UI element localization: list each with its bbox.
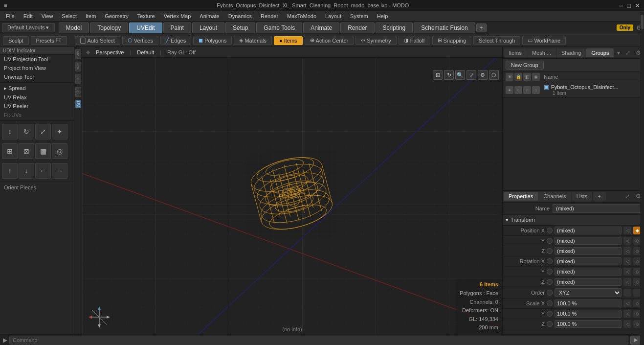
viewport-zoom-icon[interactable]: 🔍 bbox=[455, 70, 465, 80]
menu-render[interactable]: Render bbox=[257, 12, 282, 20]
position-z-value[interactable]: (mixed) bbox=[555, 247, 622, 255]
auto-select-button[interactable]: Auto Select bbox=[75, 36, 120, 45]
uv-relax-tool[interactable]: UV Relax bbox=[0, 93, 82, 102]
tab-model[interactable]: Model bbox=[59, 23, 89, 33]
down-tool-icon[interactable]: ↓ bbox=[19, 163, 34, 179]
move-tool-icon[interactable]: ↕ bbox=[2, 124, 18, 139]
lock-col-icon[interactable]: 🔒 bbox=[514, 73, 522, 81]
right-tool-icon[interactable]: → bbox=[52, 163, 67, 179]
name-prop-value[interactable]: (mixed) bbox=[553, 204, 641, 213]
menu-animate[interactable]: Animate bbox=[196, 12, 223, 20]
position-y-anim-icon[interactable]: ◁ bbox=[623, 237, 631, 245]
tab-schematic-fusion[interactable]: Schematic Fusion bbox=[414, 23, 475, 33]
menu-dynamics[interactable]: Dynamics bbox=[224, 12, 256, 20]
symmetry-button[interactable]: ⇔ Symmetry bbox=[355, 36, 397, 45]
viewport-canvas[interactable]: 6 Items Polygons : Face Channels: 0 Defo… bbox=[82, 58, 502, 334]
menu-help[interactable]: Help bbox=[373, 12, 392, 20]
tab-items[interactable]: Items bbox=[504, 48, 527, 57]
workplane-button[interactable]: ▭ WorkPlane bbox=[522, 36, 566, 45]
scale-z-value[interactable]: 100.0 % bbox=[555, 320, 622, 328]
menu-maxtomodo[interactable]: MaxToModo bbox=[283, 12, 320, 20]
item-render-icon[interactable]: ○ bbox=[532, 86, 540, 94]
scale-y-dot[interactable] bbox=[547, 311, 553, 317]
edges-button[interactable]: ╱ Edges bbox=[160, 36, 191, 45]
tab-channels[interactable]: Channels bbox=[538, 192, 571, 201]
uv-mode-badge[interactable]: UV bbox=[75, 100, 81, 108]
snapping-button[interactable]: ⊞ Snapping bbox=[432, 36, 472, 45]
tab-setup[interactable]: Setup bbox=[225, 23, 255, 33]
vertices-button[interactable]: ⬡ Vertices bbox=[122, 36, 158, 45]
tab-animate[interactable]: Animate bbox=[303, 23, 339, 33]
position-z-anim-icon[interactable]: ◁ bbox=[623, 247, 631, 255]
uv-projection-tool[interactable]: UV Projection Tool › bbox=[0, 55, 82, 64]
props-scrollbar[interactable] bbox=[640, 203, 644, 335]
menu-select[interactable]: Select bbox=[58, 12, 81, 20]
instance-col-icon[interactable]: ◧ bbox=[523, 73, 531, 81]
order-dropdown[interactable]: XYZ XZY YXZ YZX ZXY ZYX bbox=[555, 288, 622, 297]
order-anim-icon[interactable] bbox=[623, 289, 631, 297]
rotation-z-anim-icon[interactable]: ◁ bbox=[623, 278, 631, 286]
viewport-rotate-icon[interactable]: ↻ bbox=[444, 70, 454, 80]
items-button[interactable]: ● Items bbox=[274, 36, 303, 45]
rotation-y-value[interactable]: (mixed) bbox=[555, 268, 622, 276]
scale-tool-icon[interactable]: ⤢ bbox=[35, 124, 51, 139]
order-dot[interactable] bbox=[547, 290, 553, 296]
grid-tool-icon[interactable]: ⊞ bbox=[2, 143, 18, 159]
list-item[interactable]: ● ○ ○ ○ ▣ Fybots_Octopus_Disinfect... 1 … bbox=[503, 82, 644, 98]
maximize-button[interactable]: □ bbox=[627, 2, 631, 9]
tab-uvedit[interactable]: UVEdit bbox=[129, 23, 162, 33]
command-input[interactable] bbox=[9, 336, 628, 345]
presets-button[interactable]: Presets F6 bbox=[31, 36, 67, 45]
position-y-value[interactable]: (mixed) bbox=[555, 237, 622, 245]
menu-geometry[interactable]: Geometry bbox=[101, 12, 132, 20]
left-strip-me[interactable]: Me bbox=[75, 49, 81, 59]
select-through-button[interactable]: Select Through bbox=[473, 36, 520, 45]
spread-tool[interactable]: ▸ Spread bbox=[0, 84, 82, 93]
left-strip-c[interactable]: C bbox=[75, 74, 81, 84]
tab-groups[interactable]: Groups bbox=[586, 48, 614, 57]
menu-texture[interactable]: Texture bbox=[133, 12, 159, 20]
right-top-maximize-icon[interactable]: ⤢ bbox=[623, 48, 632, 57]
rotation-x-value[interactable]: (mixed) bbox=[555, 257, 622, 265]
rotate-tool-icon[interactable]: ↻ bbox=[19, 124, 34, 139]
lattice-tool-icon[interactable]: ⊠ bbox=[19, 143, 34, 159]
menu-system[interactable]: System bbox=[346, 12, 372, 20]
transform-section-header[interactable]: ▾ Transform bbox=[503, 215, 644, 226]
unwrap-tool[interactable]: Unwrap Tool bbox=[0, 72, 82, 81]
viewport-fit-icon[interactable]: ⊞ bbox=[433, 70, 443, 80]
right-bottom-maximize-icon[interactable]: ⤢ bbox=[623, 192, 632, 201]
scale-x-anim-icon[interactable]: ◁ bbox=[623, 299, 631, 307]
viewport-maximize-icon[interactable]: ⤢ bbox=[466, 70, 476, 80]
left-strip-f[interactable]: F bbox=[75, 87, 81, 97]
add-property-tab-button[interactable]: + bbox=[593, 192, 605, 201]
tab-layout[interactable]: Layout bbox=[192, 23, 224, 33]
rotation-y-anim-icon[interactable]: ◁ bbox=[623, 268, 631, 276]
titlebar-controls[interactable]: ─ □ ✕ bbox=[619, 2, 640, 9]
item-instance-icon[interactable]: ○ bbox=[523, 86, 531, 94]
project-from-view-tool[interactable]: Project from View bbox=[0, 64, 82, 72]
up-tool-icon[interactable]: ↑ bbox=[2, 163, 18, 179]
scale-z-anim-icon[interactable]: ◁ bbox=[623, 320, 631, 328]
tab-mesh[interactable]: Mesh ... bbox=[527, 48, 556, 57]
minimize-button[interactable]: ─ bbox=[619, 2, 623, 9]
viewport-settings-icon[interactable]: ⚙ bbox=[478, 70, 488, 80]
position-z-dot[interactable] bbox=[547, 248, 553, 254]
left-strip-po[interactable]: Po bbox=[75, 62, 81, 71]
rotation-z-value[interactable]: (mixed) bbox=[555, 278, 622, 286]
scale-y-value[interactable]: 100.0 % bbox=[555, 310, 622, 318]
transform-tool-icon[interactable]: ✦ bbox=[52, 124, 67, 139]
scale-y-anim-icon[interactable]: ◁ bbox=[623, 310, 631, 318]
tab-properties[interactable]: Properties bbox=[504, 192, 538, 201]
menu-item[interactable]: Item bbox=[82, 12, 100, 20]
item-lock-icon[interactable]: ○ bbox=[514, 86, 522, 94]
action-center-button[interactable]: ⊕ Action Center bbox=[305, 36, 354, 45]
menu-edit[interactable]: Edit bbox=[20, 12, 37, 20]
tab-game-tools[interactable]: Game Tools bbox=[256, 23, 302, 33]
visibility-col-icon[interactable]: 👁 bbox=[506, 73, 513, 81]
left-tool-icon[interactable]: ← bbox=[35, 163, 51, 179]
position-x-value[interactable]: (mixed) bbox=[555, 227, 622, 234]
tab-render[interactable]: Render bbox=[340, 23, 374, 33]
default-layouts-button[interactable]: Default Layouts ▾ bbox=[2, 23, 55, 32]
add-tab-button[interactable]: + bbox=[476, 23, 487, 32]
smooth-tool-icon[interactable]: ◎ bbox=[52, 143, 67, 159]
